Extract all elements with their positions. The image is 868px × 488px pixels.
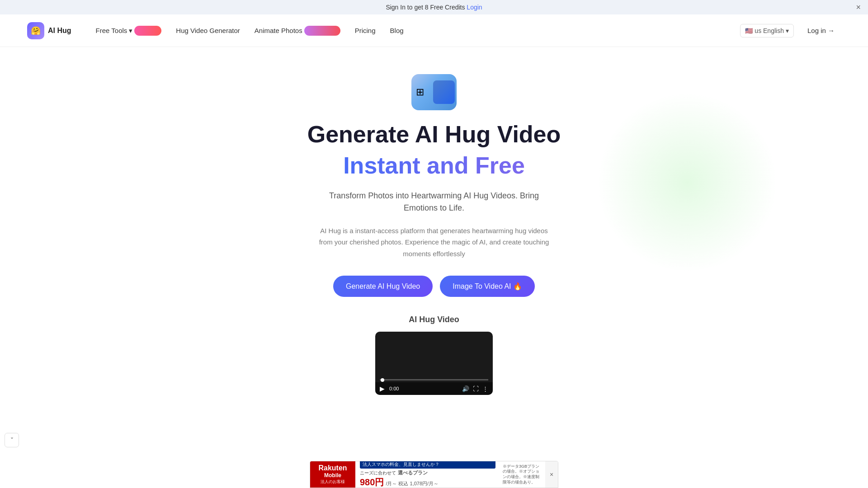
chevron-down-icon: ▾ xyxy=(786,27,789,34)
language-selector[interactable]: 🇺🇸 us English ▾ xyxy=(740,24,794,38)
login-button[interactable]: Log in → xyxy=(801,23,841,38)
video-section: AI Hug Video ▶ 0:00 🔊 ⛶ ⋮ xyxy=(375,315,493,395)
video-label: AI Hug Video xyxy=(409,315,459,324)
nav-label-animate-photos: Animate Photos xyxy=(255,27,302,34)
hero-section: ⊞ Generate AI Hug Video Instant and Free… xyxy=(0,47,868,413)
fullscreen-icon[interactable]: ⛶ xyxy=(473,385,479,392)
nav-item-pricing[interactable]: Pricing xyxy=(349,23,382,38)
nav-item-animate-photos[interactable]: Animate Photos xyxy=(248,22,347,39)
nav-right: 🇺🇸 us English ▾ Log in → xyxy=(740,23,841,38)
nav-item-blog[interactable]: Blog xyxy=(384,23,410,38)
video-player[interactable]: ▶ 0:00 🔊 ⛶ ⋮ xyxy=(375,332,493,395)
hero-logo: ⊞ xyxy=(411,74,457,110)
nav-label-pricing: Pricing xyxy=(355,27,376,34)
hero-buttons: Generate AI Hug Video Image To Video AI … xyxy=(333,276,535,297)
more-options-icon[interactable]: ⋮ xyxy=(482,385,488,392)
banner-login-link[interactable]: Login xyxy=(467,4,482,11)
video-icons: 🔊 ⛶ ⋮ xyxy=(462,385,488,392)
play-button[interactable]: ▶ xyxy=(380,385,385,392)
logo-emoji: 🤗 xyxy=(31,26,41,36)
volume-icon[interactable]: 🔊 xyxy=(462,385,469,392)
nav-item-free-tools[interactable]: Free Tools ▾ xyxy=(90,22,168,39)
image-to-video-button[interactable]: Image To Video AI 🔥 xyxy=(440,276,535,297)
hero-logo-square xyxy=(433,80,455,104)
nav-links: Free Tools ▾ Hug Video Generator Animate… xyxy=(90,22,741,39)
video-time: 0:00 xyxy=(389,386,399,391)
hero-subtitle: Transform Photos into Heartwarming AI Hu… xyxy=(316,190,552,214)
hero-title-line2: Instant and Free xyxy=(343,152,525,179)
nav-badge-pink xyxy=(134,26,161,36)
lang-text: us English xyxy=(755,27,784,34)
logo-text: AI Hug xyxy=(48,27,71,35)
flag-icon: 🇺🇸 xyxy=(745,27,753,34)
generate-hug-video-button[interactable]: Generate AI Hug Video xyxy=(333,276,433,297)
video-progress-dot xyxy=(381,378,384,382)
hero-logo-emoji: ⊞ xyxy=(416,86,424,98)
nav-logo[interactable]: 🤗 AI Hug xyxy=(27,22,71,39)
hero-logo-inner: ⊞ xyxy=(411,74,457,110)
nav-label-free-tools: Free Tools xyxy=(96,27,127,34)
nav-badge-purple xyxy=(304,26,340,36)
banner-close-button[interactable]: × xyxy=(856,3,861,12)
banner-text: Sign In to get 8 Free Credits xyxy=(386,4,465,11)
btn-secondary-label: Image To Video AI 🔥 xyxy=(453,282,522,291)
nav-label-blog: Blog xyxy=(390,27,404,34)
video-controls: ▶ 0:00 🔊 ⛶ ⋮ xyxy=(375,382,493,395)
top-banner: Sign In to get 8 Free Credits Login × xyxy=(0,0,868,14)
navbar: 🤗 AI Hug Free Tools ▾ Hug Video Generato… xyxy=(0,14,868,47)
nav-item-hug-video-generator[interactable]: Hug Video Generator xyxy=(170,23,246,38)
hero-description: AI Hug is a instant-access platform that… xyxy=(316,225,552,260)
chevron-down-icon: ▾ xyxy=(129,27,132,35)
logo-icon: 🤗 xyxy=(27,22,44,39)
video-progress-bar[interactable] xyxy=(380,379,488,380)
nav-label-hug-video: Hug Video Generator xyxy=(176,27,240,34)
hero-title-line1: Generate AI Hug Video xyxy=(307,121,561,148)
